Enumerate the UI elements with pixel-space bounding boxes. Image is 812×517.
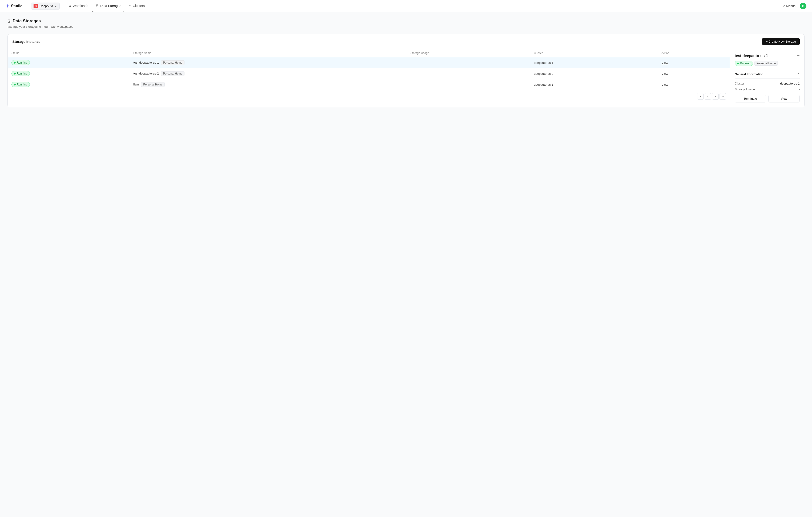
storage-table: Status Storage Name Storage Usage Cluste… xyxy=(8,49,730,90)
status-badge-3: Running xyxy=(11,82,30,87)
org-selector[interactable]: D DeepAuto ⌄ xyxy=(31,3,60,9)
col-name: Storage Name xyxy=(130,49,407,57)
detail-storage-name: test-deepauto-us-1 xyxy=(735,54,768,58)
org-name: DeepAuto xyxy=(39,4,53,8)
clusters-icon: ✦ xyxy=(128,4,132,8)
table-row[interactable]: Running test-deepauto-us-1 Personal Home… xyxy=(8,57,730,68)
cluster-info-row: Cluster deepauto-us-1 xyxy=(735,82,800,85)
card-title: Storage Instance xyxy=(12,39,40,44)
row3-status: Running xyxy=(8,79,130,90)
page-content: 🗄 Data Storages Manage your storages to … xyxy=(0,12,812,114)
row3-usage: - xyxy=(407,79,530,90)
row3-action[interactable]: View xyxy=(658,79,730,90)
detail-title-row: test-deepauto-us-1 ✏ xyxy=(735,54,800,58)
storage-name-2: test-deepauto-us-2 xyxy=(134,72,159,75)
storage-name-1: test-deepauto-us-1 xyxy=(134,61,159,64)
manual-link[interactable]: ↗ Manual xyxy=(782,4,796,8)
running-dot-icon-2 xyxy=(14,73,16,75)
card-body: Status Storage Name Storage Usage Cluste… xyxy=(8,49,804,107)
manual-label: Manual xyxy=(786,4,796,8)
logo-icon: ✦ xyxy=(6,3,9,9)
row3-name: liam Personal Home xyxy=(130,79,407,90)
tab-clusters[interactable]: ✦ Clusters xyxy=(125,0,148,12)
pagination-prev[interactable]: ‹ xyxy=(705,93,711,100)
logo: ✦ Studio xyxy=(6,3,23,9)
terminate-button[interactable]: Terminate xyxy=(735,95,766,103)
detail-panel: test-deepauto-us-1 ✏ Running Personal Ho… xyxy=(730,49,804,107)
detail-running-dot-icon xyxy=(737,63,739,64)
header: ✦ Studio D DeepAuto ⌄ ⚙ Workloads 🗄 Data… xyxy=(0,0,812,12)
pagination: « ‹ › » xyxy=(8,90,730,103)
row2-action[interactable]: View xyxy=(658,68,730,79)
view-link-1[interactable]: View xyxy=(662,61,668,64)
detail-tag-personal-home: Personal Home xyxy=(754,61,778,66)
edit-icon[interactable]: ✏ xyxy=(796,54,800,58)
status-text: Running xyxy=(17,61,27,64)
detail-badges: Running Personal Home xyxy=(735,61,800,66)
row2-status: Running xyxy=(8,68,130,79)
tab-data-storages-label: Data Storages xyxy=(100,4,121,8)
pagination-first[interactable]: « xyxy=(697,93,704,100)
status-badge: Running xyxy=(11,60,30,65)
tag-personal-home-2: Personal Home xyxy=(161,71,184,76)
cluster-value: deepauto-us-1 xyxy=(780,82,800,85)
view-link-2[interactable]: View xyxy=(662,72,668,76)
row1-action[interactable]: View xyxy=(658,57,730,68)
detail-running-badge: Running xyxy=(735,61,753,66)
page-subtitle: Manage your storages to mount with works… xyxy=(7,25,805,28)
table-row[interactable]: Running test-deepauto-us-2 Personal Home… xyxy=(8,68,730,79)
usage-value: - xyxy=(799,88,800,91)
page-title: Data Storages xyxy=(12,19,41,24)
row1-cluster: deepauto-us-1 xyxy=(530,57,658,68)
row3-cluster: deepauto-us-1 xyxy=(530,79,658,90)
tab-data-storages[interactable]: 🗄 Data Storages xyxy=(92,0,124,12)
col-cluster: Cluster xyxy=(530,49,658,57)
row1-usage: - xyxy=(407,57,530,68)
create-storage-button[interactable]: + Create New Storage xyxy=(762,38,800,45)
row1-status: Running xyxy=(8,57,130,68)
storage-card: Storage Instance + Create New Storage St… xyxy=(7,34,805,107)
usage-info-row: Storage Usage - xyxy=(735,88,800,91)
org-avatar: D xyxy=(33,4,38,8)
data-storages-icon: 🗄 xyxy=(95,4,99,8)
row1-name: test-deepauto-us-1 Personal Home xyxy=(130,57,407,68)
user-initial: B xyxy=(802,4,804,8)
detail-actions: Terminate View xyxy=(735,95,800,103)
chevron-up-icon[interactable]: ∧ xyxy=(797,72,800,76)
usage-label: Storage Usage xyxy=(735,88,755,91)
header-right: ↗ Manual B xyxy=(782,3,806,9)
general-info-section: General Information ∧ xyxy=(735,69,800,79)
running-dot-icon xyxy=(14,62,16,64)
col-action: Action xyxy=(658,49,730,57)
tab-workloads[interactable]: ⚙ Workloads xyxy=(65,0,91,12)
col-usage: Storage Usage xyxy=(407,49,530,57)
view-link-3[interactable]: View xyxy=(662,83,668,86)
workloads-icon: ⚙ xyxy=(68,4,71,8)
page-title-icon: 🗄 xyxy=(7,19,11,23)
tag-personal-home-3: Personal Home xyxy=(141,82,165,87)
status-text-2: Running xyxy=(17,72,27,75)
col-status: Status xyxy=(8,49,130,57)
card-header: Storage Instance + Create New Storage xyxy=(8,34,804,49)
pagination-next[interactable]: › xyxy=(712,93,719,100)
table-section: Status Storage Name Storage Usage Cluste… xyxy=(8,49,730,107)
row2-cluster: deepauto-us-2 xyxy=(530,68,658,79)
status-text-3: Running xyxy=(17,83,27,86)
tab-workloads-label: Workloads xyxy=(73,4,88,8)
cluster-label: Cluster xyxy=(735,82,744,85)
nav-tabs: ⚙ Workloads 🗄 Data Storages ✦ Clusters xyxy=(65,0,777,12)
detail-view-button[interactable]: View xyxy=(768,95,800,103)
pagination-last[interactable]: » xyxy=(720,93,726,100)
tab-clusters-label: Clusters xyxy=(133,4,145,8)
status-badge-2: Running xyxy=(11,71,30,76)
detail-status-text: Running xyxy=(740,62,751,65)
page-header: 🗄 Data Storages xyxy=(7,19,805,24)
running-dot-icon-3 xyxy=(14,84,16,85)
row2-usage: - xyxy=(407,68,530,79)
row2-name: test-deepauto-us-2 Personal Home xyxy=(130,68,407,79)
user-avatar[interactable]: B xyxy=(800,3,806,9)
storage-name-3: liam xyxy=(134,83,139,86)
external-link-icon: ↗ xyxy=(782,4,785,8)
table-row[interactable]: Running liam Personal Home - deepauto-us… xyxy=(8,79,730,90)
tag-personal-home-1: Personal Home xyxy=(161,60,184,65)
